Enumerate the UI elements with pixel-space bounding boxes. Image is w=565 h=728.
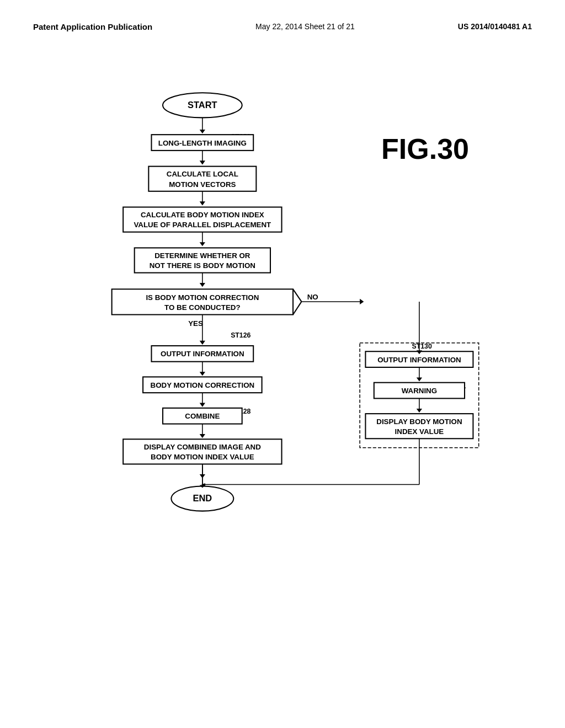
svg-text:NO: NO	[307, 293, 318, 301]
svg-text:START: START	[188, 100, 217, 110]
svg-marker-20	[200, 242, 205, 246]
svg-text:NOT THERE IS BODY MOTION: NOT THERE IS BODY MOTION	[150, 261, 255, 270]
svg-text:BODY MOTION CORRECTION: BODY MOTION CORRECTION	[151, 381, 255, 389]
svg-marker-66	[417, 377, 422, 381]
svg-text:OUTPUT INFORMATION: OUTPUT INFORMATION	[377, 356, 461, 364]
svg-marker-41	[200, 372, 205, 376]
svg-marker-59	[360, 299, 364, 304]
diagram-container: FIG.30 START ST121 LONG-LENGTH IMAGING S…	[55, 88, 486, 702]
svg-line-30	[293, 302, 301, 315]
svg-marker-46	[200, 403, 205, 407]
svg-text:WARNING: WARNING	[402, 387, 437, 395]
header-sheet-info: May 22, 2014 Sheet 21 of 21	[255, 22, 355, 31]
svg-text:DETERMINE WHETHER OR: DETERMINE WHETHER OR	[154, 251, 250, 260]
svg-marker-26	[200, 283, 205, 287]
svg-text:YES: YES	[188, 319, 203, 328]
svg-text:VALUE OF PARALLEL DISPLACEMENT: VALUE OF PARALLEL DISPLACEMENT	[134, 221, 271, 229]
svg-text:IS BODY MOTION CORRECTION: IS BODY MOTION CORRECTION	[146, 293, 259, 302]
svg-text:COMBINE: COMBINE	[185, 412, 220, 420]
svg-text:DISPLAY COMBINED IMAGE AND: DISPLAY COMBINED IMAGE AND	[144, 443, 261, 451]
header-publication-type: Patent Application Publication	[33, 22, 152, 31]
svg-marker-71	[417, 409, 422, 413]
svg-text:LONG-LENGTH IMAGING: LONG-LENGTH IMAGING	[158, 139, 247, 147]
page-header: Patent Application Publication May 22, 2…	[0, 0, 565, 31]
svg-text:INDEX VALUE: INDEX VALUE	[395, 427, 444, 436]
svg-text:ST126: ST126	[231, 331, 250, 339]
svg-marker-37	[200, 341, 205, 345]
svg-text:ST130: ST130	[412, 342, 432, 350]
svg-text:DISPLAY BODY MOTION: DISPLAY BODY MOTION	[376, 417, 462, 426]
svg-line-29	[293, 289, 301, 302]
svg-text:END: END	[193, 493, 212, 503]
header-patent-number: US 2014/0140481 A1	[458, 22, 532, 31]
svg-text:BODY MOTION INDEX VALUE: BODY MOTION INDEX VALUE	[151, 453, 254, 461]
svg-marker-14	[200, 201, 205, 205]
svg-text:OUTPUT INFORMATION: OUTPUT INFORMATION	[161, 350, 244, 358]
svg-text:CALCULATE LOCAL: CALCULATE LOCAL	[167, 170, 238, 178]
svg-text:CALCULATE BODY MOTION INDEX: CALCULATE BODY MOTION INDEX	[141, 211, 264, 219]
flowchart-svg: START ST121 LONG-LENGTH IMAGING ST122 CA…	[55, 88, 486, 699]
svg-marker-3	[200, 130, 205, 133]
svg-text:MOTION VECTORS: MOTION VECTORS	[169, 180, 236, 189]
svg-marker-51	[200, 434, 205, 438]
svg-text:TO BE CONDUCTED?: TO BE CONDUCTED?	[164, 303, 240, 312]
figure-label: FIG.30	[381, 132, 469, 165]
svg-marker-8	[200, 160, 205, 164]
